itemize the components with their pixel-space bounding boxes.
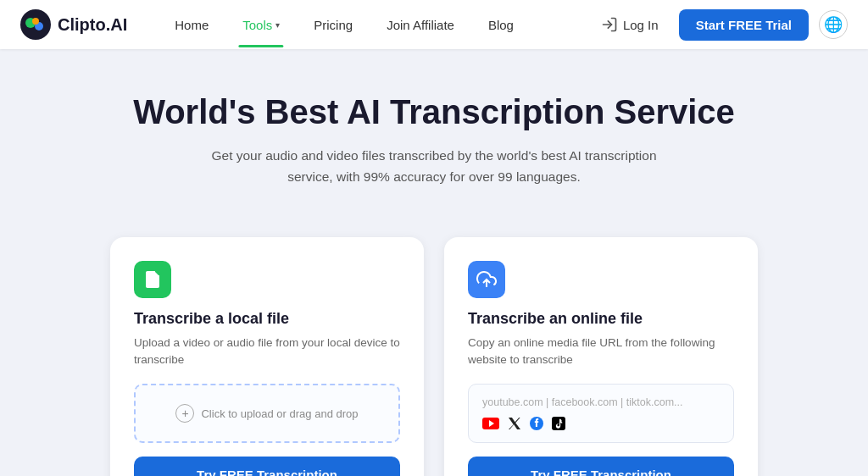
navbar: Clipto.AI Home Tools ▾ Pricing Join Affi… bbox=[0, 0, 868, 49]
logo[interactable]: Clipto.AI bbox=[20, 9, 127, 40]
local-file-icon bbox=[134, 261, 171, 298]
online-card-title: Transcribe an online file bbox=[468, 310, 734, 328]
local-card-desc: Upload a video or audio file from your l… bbox=[134, 335, 400, 369]
online-file-icon bbox=[468, 261, 505, 298]
hero-section: World's Best AI Transcription Service Ge… bbox=[0, 49, 868, 213]
nav-blog[interactable]: Blog bbox=[475, 11, 527, 39]
hero-title: World's Best AI Transcription Service bbox=[17, 91, 851, 132]
tools-dropdown-icon: ▾ bbox=[275, 20, 280, 30]
login-icon bbox=[601, 16, 618, 33]
online-card-desc: Copy an online media file URL from the f… bbox=[468, 335, 734, 369]
nav-tools[interactable]: Tools ▾ bbox=[229, 11, 293, 39]
nav-home[interactable]: Home bbox=[161, 11, 222, 39]
login-label: Log In bbox=[623, 18, 659, 32]
facebook-icon bbox=[530, 417, 543, 430]
upload-placeholder: Click to upload or drag and drop bbox=[201, 407, 358, 420]
language-selector-button[interactable]: 🌐 bbox=[819, 10, 848, 39]
hero-subtitle: Get your audio and video files transcrib… bbox=[197, 146, 671, 188]
nav-links: Home Tools ▾ Pricing Join Affiliate Blog bbox=[161, 11, 591, 39]
url-placeholder: youtube.com | facebook.com | tiktok.com.… bbox=[482, 396, 720, 408]
nav-affiliate[interactable]: Join Affiliate bbox=[373, 11, 468, 39]
twitter-x-icon bbox=[508, 417, 521, 430]
tiktok-icon bbox=[552, 417, 565, 430]
logo-text: Clipto.AI bbox=[58, 15, 127, 35]
logo-icon bbox=[20, 9, 51, 40]
svg-point-3 bbox=[32, 18, 39, 25]
url-input-area[interactable]: youtube.com | facebook.com | tiktok.com.… bbox=[468, 384, 734, 443]
file-upload-area[interactable]: + Click to upload or drag and drop bbox=[134, 384, 400, 443]
local-file-card: Transcribe a local file Upload a video o… bbox=[110, 237, 424, 476]
local-try-button[interactable]: Try FREE Transcription bbox=[134, 457, 400, 476]
online-file-card: Transcribe an online file Copy an online… bbox=[444, 237, 758, 476]
local-card-title: Transcribe a local file bbox=[134, 310, 400, 328]
cards-container: Transcribe a local file Upload a video o… bbox=[0, 213, 868, 476]
youtube-icon bbox=[482, 418, 499, 429]
nav-pricing[interactable]: Pricing bbox=[300, 11, 366, 39]
login-button[interactable]: Log In bbox=[591, 11, 669, 38]
start-trial-button[interactable]: Start FREE Trial bbox=[679, 9, 809, 41]
globe-icon: 🌐 bbox=[824, 15, 843, 34]
upload-plus-icon: + bbox=[175, 404, 194, 423]
nav-right: Log In Start FREE Trial 🌐 bbox=[591, 9, 848, 41]
url-social-icons bbox=[482, 417, 720, 430]
online-try-button[interactable]: Try FREE Transcription bbox=[468, 457, 734, 476]
